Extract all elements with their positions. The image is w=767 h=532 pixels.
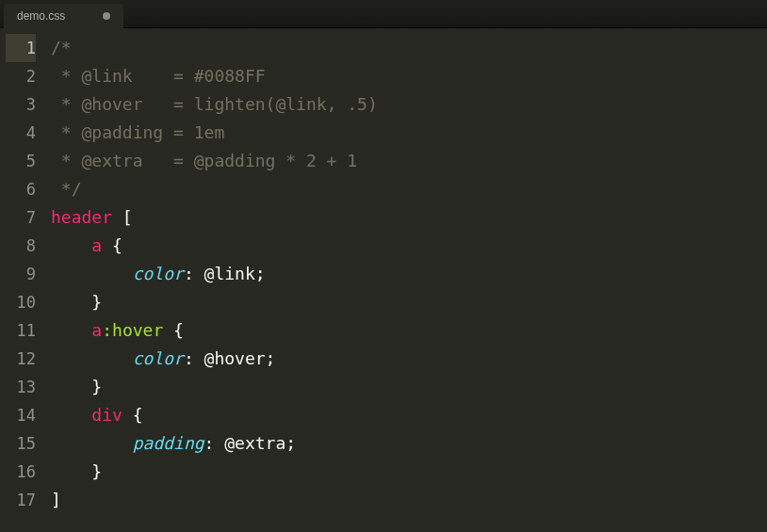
code-line[interactable]: a { bbox=[51, 232, 767, 260]
line-number: 14 bbox=[6, 401, 36, 429]
token-punct: : bbox=[184, 264, 204, 283]
line-number: 8 bbox=[6, 232, 36, 260]
token-punct bbox=[51, 320, 91, 340]
line-number: 10 bbox=[6, 288, 36, 316]
token-comment: * @hover = lighten(@link, .5) bbox=[51, 94, 378, 114]
code-line[interactable]: * @extra = @padding * 2 + 1 bbox=[51, 147, 767, 175]
token-comment: * @padding = 1em bbox=[51, 122, 224, 142]
line-number: 11 bbox=[6, 316, 36, 345]
token-tag: a bbox=[91, 320, 102, 340]
token-punct: : bbox=[184, 348, 204, 368]
code-line[interactable]: color: @hover; bbox=[51, 345, 767, 373]
tab-bar: demo.css bbox=[0, 0, 767, 28]
token-punct: } bbox=[51, 292, 102, 312]
token-punct: ] bbox=[51, 490, 61, 509]
token-punct: { bbox=[163, 320, 184, 340]
token-val: @extra bbox=[224, 433, 286, 453]
code-line[interactable]: ] bbox=[51, 486, 767, 514]
token-prop: color bbox=[133, 348, 184, 368]
line-number: 6 bbox=[6, 175, 36, 203]
line-number: 3 bbox=[6, 90, 36, 119]
line-number: 13 bbox=[6, 373, 36, 401]
token-comment: */ bbox=[51, 179, 82, 199]
token-punct bbox=[51, 348, 133, 368]
token-tag: a bbox=[91, 235, 102, 255]
token-punct: ; bbox=[255, 264, 266, 283]
token-punct bbox=[51, 433, 133, 453]
token-comment: * @extra = @padding * 2 + 1 bbox=[51, 151, 357, 170]
code-line[interactable]: * @padding = 1em bbox=[51, 119, 767, 147]
line-number-gutter: 1234567891011121314151617 bbox=[0, 28, 45, 532]
token-punct: { bbox=[102, 235, 122, 255]
token-tag: div bbox=[91, 405, 122, 425]
token-punct: ; bbox=[266, 348, 276, 368]
dirty-indicator-icon bbox=[103, 12, 110, 20]
token-punct: { bbox=[122, 405, 143, 425]
token-punct bbox=[51, 235, 91, 255]
line-number: 5 bbox=[6, 147, 36, 175]
code-line[interactable]: } bbox=[51, 458, 767, 486]
code-line[interactable]: */ bbox=[51, 175, 767, 203]
editor: 1234567891011121314151617 /* * @link = #… bbox=[0, 28, 767, 532]
token-val: @hover bbox=[204, 348, 266, 368]
token-comment: * @link = #0088FF bbox=[51, 66, 266, 86]
token-tag: header bbox=[51, 207, 112, 227]
code-area[interactable]: /* * @link = #0088FF * @hover = lighten(… bbox=[45, 28, 767, 532]
line-number: 15 bbox=[6, 429, 36, 458]
token-punct: ; bbox=[286, 433, 296, 453]
line-number: 9 bbox=[6, 260, 36, 288]
line-number: 2 bbox=[6, 62, 36, 90]
code-line[interactable]: } bbox=[51, 288, 767, 316]
token-punct bbox=[51, 264, 133, 283]
tab-filename: demo.css bbox=[17, 9, 65, 23]
code-line[interactable]: /* bbox=[51, 34, 767, 62]
line-number: 1 bbox=[6, 34, 36, 62]
code-line[interactable]: } bbox=[51, 373, 767, 401]
code-line[interactable]: padding: @extra; bbox=[51, 429, 767, 458]
token-val: @link bbox=[204, 264, 255, 283]
code-line[interactable]: color: @link; bbox=[51, 260, 767, 288]
token-prop: padding bbox=[133, 433, 204, 453]
file-tab[interactable]: demo.css bbox=[4, 4, 123, 28]
token-punct bbox=[51, 405, 91, 425]
line-number: 17 bbox=[6, 486, 36, 514]
line-number: 4 bbox=[6, 119, 36, 147]
line-number: 12 bbox=[6, 345, 36, 373]
code-line[interactable]: * @link = #0088FF bbox=[51, 62, 767, 90]
token-punct: : bbox=[204, 433, 225, 453]
token-comment: /* bbox=[51, 38, 72, 57]
token-prop: color bbox=[133, 264, 184, 283]
code-line[interactable]: * @hover = lighten(@link, .5) bbox=[51, 90, 767, 119]
token-pseudo: :hover bbox=[102, 320, 163, 340]
line-number: 16 bbox=[6, 458, 36, 486]
token-punct: } bbox=[51, 377, 102, 396]
code-line[interactable]: a:hover { bbox=[51, 316, 767, 345]
token-punct: [ bbox=[112, 207, 133, 227]
line-number: 7 bbox=[6, 203, 36, 232]
token-punct: } bbox=[51, 461, 102, 481]
code-line[interactable]: div { bbox=[51, 401, 767, 429]
code-line[interactable]: header [ bbox=[51, 203, 767, 232]
